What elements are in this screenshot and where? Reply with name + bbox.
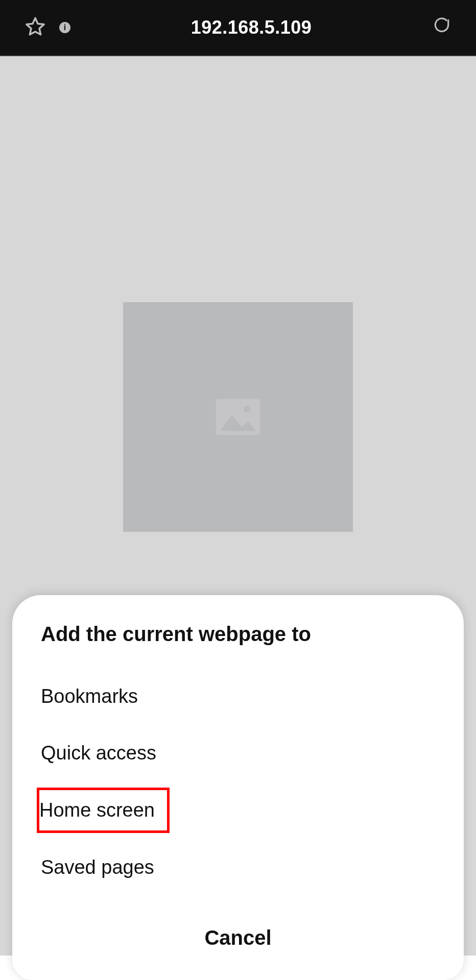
image-placeholder [123, 302, 353, 532]
add-page-dialog: Add the current webpage to Bookmarks Qui… [12, 595, 464, 980]
dialog-title: Add the current webpage to [41, 623, 435, 646]
option-bookmarks[interactable]: Bookmarks [41, 672, 174, 721]
address-bar[interactable]: 192.168.5.109 [70, 17, 432, 38]
option-quick-access[interactable]: Quick access [41, 729, 174, 777]
svg-point-1 [244, 406, 250, 412]
site-info-icon[interactable]: i [59, 22, 70, 33]
option-saved-pages[interactable]: Saved pages [41, 843, 174, 892]
cancel-button[interactable]: Cancel [41, 926, 435, 949]
bookmark-star-icon[interactable] [25, 16, 46, 39]
reload-icon[interactable] [432, 17, 451, 38]
browser-toolbar: i 192.168.5.109 [0, 0, 476, 56]
option-home-screen[interactable]: Home screen [37, 788, 170, 833]
